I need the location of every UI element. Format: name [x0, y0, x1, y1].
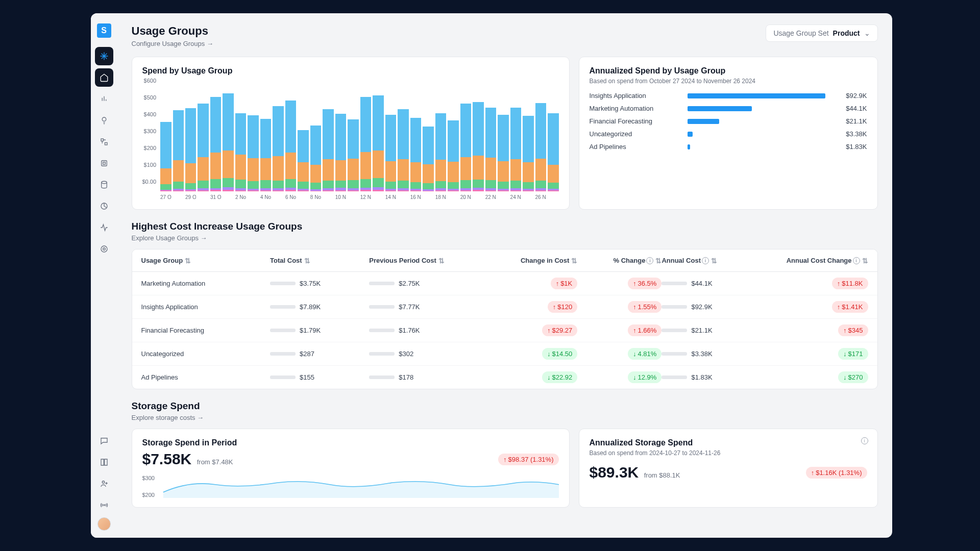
main-content: Usage Groups Configure Usage Groups → Us…: [117, 13, 892, 538]
bar-stack[interactable]: [348, 119, 358, 191]
sort-icon: ⇅: [655, 257, 662, 264]
bar-stack[interactable]: [223, 93, 233, 191]
svg-point-0: [102, 117, 106, 121]
bar-stack[interactable]: [498, 115, 508, 192]
storage-period-value: $7.58K: [142, 450, 192, 468]
sort-icon: ⇅: [571, 257, 577, 264]
cell-annual: $44.1K: [662, 280, 761, 287]
nav-chat-icon[interactable]: [95, 432, 113, 450]
col-annual-cost[interactable]: Annual Costi⇅: [662, 257, 761, 264]
bar-stack[interactable]: [248, 115, 258, 191]
annualized-spend-card: Annualized Spend by Usage Group Based on…: [579, 57, 878, 210]
bar-stack[interactable]: [298, 130, 308, 191]
bar-stack[interactable]: [510, 108, 521, 191]
bar-stack[interactable]: [198, 104, 208, 191]
bar-stack[interactable]: [460, 104, 471, 191]
nav-database-icon[interactable]: [95, 176, 113, 194]
row-value: $92.9K: [831, 92, 867, 99]
table-row[interactable]: Financial Forecasting $1.79K $1.76K $29.…: [132, 319, 877, 342]
nav-docs-icon[interactable]: [95, 453, 113, 471]
spend-by-group-card: Spend by Usage Group $600$500$400$300$20…: [132, 57, 570, 210]
bar-stack[interactable]: [360, 97, 371, 191]
bar-stack[interactable]: [235, 113, 246, 191]
nav-compute-icon[interactable]: [95, 154, 113, 172]
nav-activity-icon[interactable]: [95, 218, 113, 237]
annual-row: Financial Forecasting $21.1K: [590, 117, 867, 125]
info-icon: i: [853, 257, 860, 264]
col-total-cost[interactable]: Total Cost⇅: [270, 257, 369, 264]
nav-analytics-icon[interactable]: [95, 90, 113, 108]
explore-storage-link[interactable]: Explore storage costs →: [132, 414, 878, 421]
table-row[interactable]: Marketing Automation $3.75K $2.75K $1K 3…: [132, 272, 877, 295]
bar-stack[interactable]: [435, 113, 446, 191]
row-value: $21.1K: [831, 117, 867, 125]
bar-stack[interactable]: [398, 109, 408, 191]
nav-settings-icon[interactable]: [95, 240, 113, 258]
col-change-cost[interactable]: Change in Cost⇅: [478, 257, 577, 264]
logo[interactable]: S: [97, 23, 111, 38]
bar-stack[interactable]: [323, 109, 333, 191]
bar-stack[interactable]: [523, 116, 533, 191]
bar-stack[interactable]: [310, 126, 321, 191]
bar-stack[interactable]: [423, 127, 433, 191]
cell-change: $22.92: [478, 371, 577, 383]
bar-stack[interactable]: [285, 101, 296, 191]
configure-link[interactable]: Configure Usage Groups →: [132, 40, 213, 47]
cell-pct: 1.66%: [577, 324, 662, 336]
card-title: Storage Spend in Period: [142, 438, 559, 447]
cell-pct: 36.5%: [577, 278, 662, 289]
table-row[interactable]: Insights Application $7.89K $7.77K $120 …: [132, 295, 877, 319]
svg-point-8: [103, 248, 105, 251]
col-pct-change[interactable]: % Changei⇅: [577, 257, 662, 264]
card-title: Annualized Storage Spend: [590, 438, 867, 447]
nav-workflows-icon[interactable]: [95, 133, 113, 151]
bar-stack[interactable]: [535, 103, 546, 191]
nav-lightbulb-icon[interactable]: [95, 111, 113, 130]
storage-annual-change: $1.16K (1.31%): [806, 467, 867, 479]
cell-annual: $21.1K: [662, 327, 761, 334]
bar-stack[interactable]: [373, 95, 383, 191]
cell-name: Ad Pipelines: [141, 373, 271, 381]
nav-user-add-icon[interactable]: [95, 474, 113, 493]
nav-pie-icon[interactable]: [95, 197, 113, 215]
card-subtitle: Based on spend from October 27 2024 to N…: [590, 78, 867, 85]
storage-period-from: from $7.48K: [197, 458, 233, 466]
bar-stack[interactable]: [273, 106, 283, 191]
col-annual-change[interactable]: Annual Cost Changei⇅: [761, 257, 868, 264]
table-row[interactable]: Ad Pipelines $155 $178 $22.92 12.9% $1.8…: [132, 366, 877, 389]
cell-name: Financial Forecasting: [141, 327, 271, 334]
bar-stack[interactable]: [385, 115, 396, 192]
nav-broadcast-icon[interactable]: [95, 496, 113, 514]
table-row[interactable]: Uncategorized $287 $302 $14.50 4.81% $3.…: [132, 342, 877, 366]
nav-snowflake-icon[interactable]: [95, 47, 113, 65]
bar-stack[interactable]: [485, 108, 496, 191]
bar-stack[interactable]: [210, 97, 221, 191]
bar-stack[interactable]: [448, 120, 458, 191]
info-icon: i: [702, 257, 709, 264]
bar-stack[interactable]: [260, 119, 271, 191]
svg-point-5: [101, 181, 107, 184]
cell-total: $155: [270, 373, 369, 381]
sort-icon: ⇅: [185, 257, 191, 264]
info-icon[interactable]: i: [861, 437, 868, 444]
nav-home-icon[interactable]: [95, 68, 113, 87]
explore-groups-link[interactable]: Explore Usage Groups →: [132, 234, 878, 242]
cell-change: $14.50: [478, 348, 577, 360]
bar-stack[interactable]: [335, 114, 346, 191]
bar-stack[interactable]: [160, 122, 171, 192]
cell-annual: $1.83K: [662, 373, 761, 381]
col-usage-group[interactable]: Usage Group⇅: [141, 257, 271, 264]
storage-period-change: $98.37 (1.31%): [498, 454, 558, 465]
row-name: Marketing Automation: [590, 105, 681, 112]
bar-stack[interactable]: [173, 110, 184, 191]
cell-pct: 12.9%: [577, 371, 662, 383]
bar-stack[interactable]: [473, 102, 483, 191]
avatar[interactable]: [97, 517, 111, 531]
bar-stack[interactable]: [548, 113, 558, 191]
col-previous-cost[interactable]: Previous Period Cost⇅: [369, 257, 478, 264]
bar-stack[interactable]: [185, 108, 196, 191]
cell-total: $7.89K: [270, 303, 369, 311]
bar-stack[interactable]: [410, 118, 421, 191]
info-icon: i: [646, 257, 653, 264]
usage-group-set-selector[interactable]: Usage Group Set Product ⌄: [766, 24, 877, 42]
